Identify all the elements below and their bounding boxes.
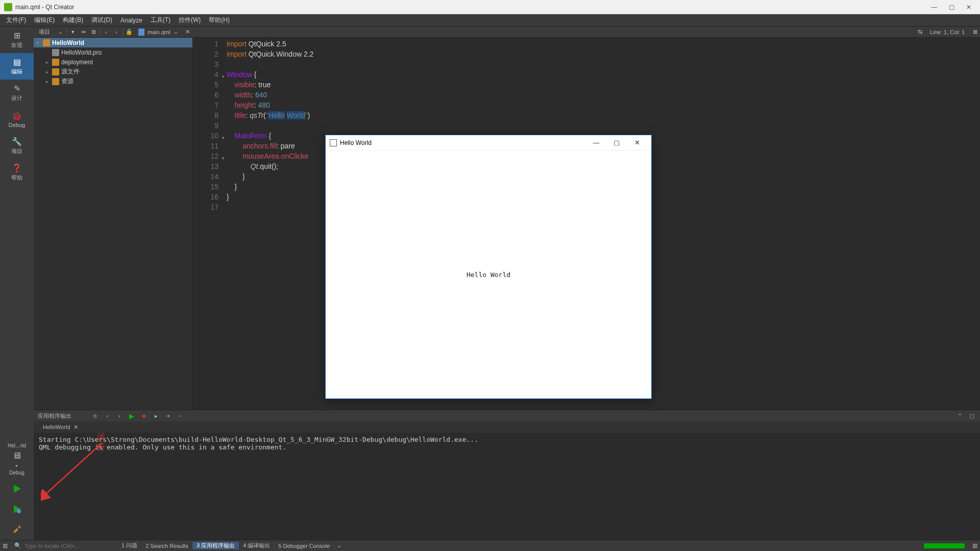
maximize-button[interactable]: ▢ [947,3,955,11]
output-tabbar: HelloWorld ✕ [34,421,980,433]
folder-icon [52,59,59,66]
debug-run-button[interactable] [0,499,34,519]
next-icon[interactable]: › [115,413,124,419]
target-selector[interactable]: Hel…rld 🖥 ▸ Debug [0,440,34,479]
svg-marker-0 [14,485,21,493]
target-mode: Debug [9,470,24,475]
chevron-right-icon[interactable]: ▸ [46,79,52,84]
output-panel: 应用程序输出 ⎋ ‹ › ▸ ■ ▸ + − ⌃ ▢ HelloWorld ✕ … [34,410,980,540]
sb-compile[interactable]: 4 编译输出 [239,542,274,549]
wrench-icon: 🔧 [12,137,22,146]
qml-file-icon [138,29,144,36]
locator-input[interactable] [24,543,106,549]
mode-help[interactable]: ❓ 帮助 [0,159,34,186]
dropdown-icon[interactable]: ⌄ [334,542,344,549]
locator[interactable]: 🔍 [10,542,117,549]
bug-icon: 🐞 [12,111,22,121]
output-header: 应用程序输出 ⎋ ‹ › ▸ ■ ▸ + − ⌃ ▢ [34,410,980,421]
menu-help[interactable]: 帮助(H) [205,14,234,26]
popup-close-button[interactable]: ✕ [627,139,647,146]
target-name: Hel…rld [8,443,26,448]
lock-icon[interactable]: 🔒 [124,29,134,35]
menu-file[interactable]: 文件(F) [2,14,30,26]
filter-icon[interactable]: ▾ [68,29,78,35]
back-button[interactable]: ‹ [101,29,111,35]
remove-button[interactable]: − [177,413,185,419]
sb-search[interactable]: 2 Search Results [141,543,192,549]
monitor-icon: 🖥 [12,450,21,461]
status-bar: ▥ 🔍 1 问题 2 Search Results 3 应用程序输出 4 编译输… [0,540,980,551]
collapse-icon[interactable]: ⌃ [955,413,964,419]
build-button[interactable] [0,519,34,540]
folder-icon [52,68,59,76]
output-text[interactable]: Starting C:\Users\Strong\Documents\build… [34,433,980,540]
running-app-window[interactable]: Hello World — ▢ ✕ Hello World [325,135,652,399]
mode-welcome[interactable]: ⊞ 欢迎 [0,27,34,53]
tree-folder[interactable]: ▸ 资源 [34,77,192,86]
run-button[interactable] [0,479,34,499]
sb-issues[interactable]: 1 问题 [117,542,141,549]
toggle-right-sidebar-icon[interactable]: ▥ [970,542,980,549]
menu-build[interactable]: 构建(B) [59,14,87,26]
dropdown-icon[interactable]: ⌄ [55,29,65,35]
mode-bar: ⊞ 欢迎 ▤ 编辑 ✎ 设计 🐞 Debug 🔧 项目 ❓ 帮助 Hel…rld… [0,27,34,540]
open-file-tab[interactable]: main.qml ⌄ [134,29,182,36]
close-button[interactable]: ✕ [965,3,973,11]
window-titlebar: main.qml - Qt Creator — ▢ ✕ [0,0,980,14]
mode-label: Debug [9,122,25,128]
mode-design[interactable]: ✎ 设计 [0,80,34,106]
forward-button[interactable]: › [111,29,121,35]
minimize-button[interactable]: — [930,3,938,11]
maximize-pane-icon[interactable]: ▢ [968,413,976,419]
add-button[interactable]: + [164,413,173,419]
search-icon: 🔍 [14,542,21,549]
stop-button[interactable]: ■ [140,413,148,419]
menu-bar: 文件(F) 编辑(E) 构建(B) 调试(D) Analyze 工具(T) 控件… [0,14,980,27]
editor-toolbar: 项目 ⌄ ▾ ⇔ ⊞ ‹ › 🔒 main.qml ⌄ ✕ ⇆ Line: 1,… [34,27,980,38]
popup-content: Hello World [326,151,651,398]
mode-debug[interactable]: 🐞 Debug [0,106,34,133]
tree-project-root[interactable]: ▾ HelloWorld [34,38,192,47]
popup-minimize-button[interactable]: — [586,139,606,146]
project-folder-icon [43,39,50,46]
pencil-icon: ✎ [14,84,20,93]
project-tree[interactable]: ▾ HelloWorld HelloWorld.pro ▸ deployment… [34,38,193,410]
menu-debug[interactable]: 调试(D) [87,14,116,26]
menu-edit[interactable]: 编辑(E) [30,14,59,26]
popup-maximize-button[interactable]: ▢ [606,139,627,146]
output-tab[interactable]: HelloWorld ✕ [38,423,83,432]
popup-titlebar[interactable]: Hello World — ▢ ✕ [326,135,651,151]
debug-attach-icon[interactable]: ▸ [152,413,160,419]
line-gutter: 1234▾5678910▾1112▾1314151617 [193,38,227,410]
prev-icon[interactable]: ‹ [103,413,111,419]
expand-icon[interactable]: ⊞ [88,29,99,35]
edit-icon: ▤ [13,57,21,67]
menu-widgets[interactable]: 控件(W) [175,14,205,26]
tree-folder[interactable]: ▸ 源文件 [34,67,192,77]
sb-appoutput[interactable]: 3 应用程序输出 [192,542,239,549]
tree-label: HelloWorld.pro [61,49,102,56]
tree-file[interactable]: HelloWorld.pro [34,47,192,57]
toggle-sidebar-icon[interactable]: ▥ [0,542,10,549]
attach-icon[interactable]: ⎋ [91,413,99,419]
dropdown-icon[interactable]: ⌄ [174,29,178,35]
chevron-right-icon[interactable]: ▸ [46,69,52,74]
menu-analyze[interactable]: Analyze [116,15,146,26]
mode-edit[interactable]: ▤ 编辑 [0,53,34,80]
chevron-right-icon[interactable]: ▸ [46,60,52,65]
project-dropdown[interactable]: 项目 [34,28,55,36]
mode-label: 欢迎 [11,41,22,49]
mode-label: 编辑 [11,68,22,76]
sync-icon[interactable]: ⇆ [915,29,925,35]
chevron-down-icon[interactable]: ▾ [37,40,43,45]
mode-projects[interactable]: 🔧 项目 [0,133,34,159]
tree-folder[interactable]: ▸ deployment [34,57,192,67]
menu-tools[interactable]: 工具(T) [146,14,175,26]
sb-debugger[interactable]: 5 Debugger Console [274,543,334,549]
mode-label: 设计 [11,94,22,102]
split-icon[interactable]: ⊞ [970,29,980,35]
rerun-button[interactable]: ▸ [128,410,136,422]
qt-logo-icon [4,3,12,11]
link-icon[interactable]: ⇔ [78,29,88,35]
close-file-button[interactable]: ✕ [185,29,190,35]
